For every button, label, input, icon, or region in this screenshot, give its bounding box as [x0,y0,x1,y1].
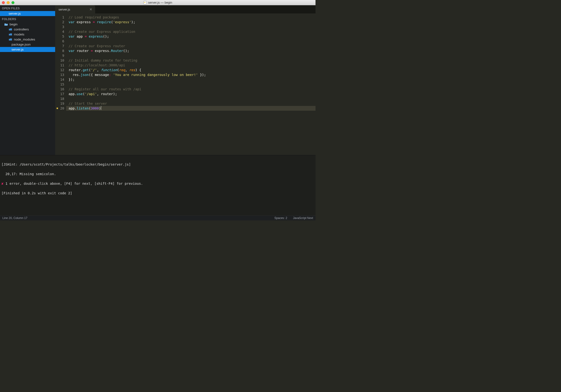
console-line: [JSHint: /Users/scott/Projects/talks/bee… [1,162,131,166]
folder-icon [9,38,12,41]
open-file-item[interactable]: server.js [0,11,55,16]
line-number: 18 [57,96,64,101]
folder-label: node_modules [14,38,35,41]
build-output-panel[interactable]: [JSHint: /Users/scott/Projects/talks/bee… [0,155,315,215]
tabbar: server.js ✕ [55,5,315,13]
window-close-button[interactable] [2,1,5,4]
code-line[interactable]: router.get('/', function(req, res) { [69,68,315,72]
folders-header: FOLDERS [0,16,55,22]
line-number: 13 [57,72,64,77]
folder-icon [9,28,12,31]
code-line[interactable] [69,24,315,29]
line-number: 20 [57,106,64,111]
code-area[interactable]: 1234567891011121314151617181920 // Load … [55,13,315,155]
traffic-lights [0,1,14,4]
line-number: 5 [57,34,64,39]
window-zoom-button[interactable] [11,1,14,4]
editor-area: server.js ✕ 1234567891011121314151617181… [55,5,315,155]
code-line[interactable]: app.use('/api', router); [69,92,315,96]
lint-marker-icon[interactable] [57,107,58,109]
code-line[interactable]: app.listen(3000) [66,106,315,111]
statusbar: Line 20, Column 17 Spaces: 2 JavaScript … [0,215,315,221]
open-files-header: OPEN FILES [0,5,55,11]
file-server-js[interactable]: server.js [0,47,55,52]
line-number: 19 [57,101,64,106]
code-line[interactable] [69,82,315,87]
gutter: 1234567891011121314151617181920 [55,15,66,155]
folder-controllers[interactable]: controllers [0,27,55,32]
code-line[interactable]: // Initial dummy route for testing [69,58,315,63]
code-line[interactable]: var express = require('express'); [69,20,315,24]
file-label: server.js [11,48,23,51]
code-line[interactable]: // Create our Express application [69,29,315,34]
folder-node-modules[interactable]: node_modules [0,37,55,42]
line-number: 1 [57,15,64,20]
folder-label: controllers [14,28,29,31]
line-number: 17 [57,92,64,96]
line-number: 15 [57,82,64,87]
line-number: 2 [57,20,64,24]
code-line[interactable]: // http://localhost:3000/api [69,63,315,68]
file-package-json[interactable]: package.json [0,42,55,47]
line-number: 9 [57,53,64,58]
tab-server-js[interactable]: server.js ✕ [55,5,96,13]
code-line[interactable]: var app = express(); [69,34,315,39]
line-number: 7 [57,44,64,48]
console-line[interactable]: 20,17: Missing semicolon. [1,172,56,176]
sidebar: OPEN FILES server.js FOLDERS begin contr… [0,5,55,155]
code-line[interactable]: // Start the server [69,101,315,106]
line-number: 6 [57,39,64,44]
folder-open-icon [4,23,8,26]
line-number: 14 [57,77,64,82]
tab-close-icon[interactable]: ✕ [89,7,93,11]
code-lines[interactable]: // Load required packagesvar express = r… [66,15,315,155]
code-line[interactable] [69,39,315,44]
console-line: 1 error, double-click above, [F4] for ne… [3,182,143,185]
line-number: 10 [57,58,64,63]
folder-root-label: begin [10,22,18,26]
tab-label: server.js [58,8,70,11]
line-number: 3 [57,24,64,29]
code-line[interactable] [69,96,315,101]
window-minimize-button[interactable] [7,1,10,4]
code-line[interactable]: // Load required packages [69,15,315,20]
line-number: 4 [57,29,64,34]
line-number: 11 [57,63,64,68]
titlebar: server.js — begin [0,0,315,5]
console-line: [Finished in 0.2s with exit code 2] [1,191,72,195]
cursor-position[interactable]: Line 20, Column 17 [2,216,27,220]
folder-root[interactable]: begin [0,22,55,27]
folder-models[interactable]: models [0,32,55,37]
code-line[interactable] [69,53,315,58]
open-file-label: server.js [9,12,21,15]
file-label: package.json [11,43,31,46]
folder-icon [9,33,12,36]
indentation-setting[interactable]: Spaces: 2 [274,216,287,220]
code-line[interactable]: res.json({ message: 'You are running dan… [69,72,315,77]
line-number: 12 [57,68,64,72]
document-icon [143,1,147,4]
text-cursor [101,106,101,110]
window-title-text: server.js — begin [148,1,172,4]
code-line[interactable]: var router = express.Router(); [69,48,315,53]
line-number: 16 [57,87,64,92]
code-line[interactable]: // Register all our routes with /api [69,87,315,92]
folder-label: models [14,32,24,36]
code-line[interactable]: }); [69,77,315,82]
code-line[interactable]: // Create our Express router [69,44,315,48]
syntax-setting[interactable]: JavaScript Next [293,216,313,220]
window-title: server.js — begin [0,1,315,4]
line-number: 8 [57,48,64,53]
